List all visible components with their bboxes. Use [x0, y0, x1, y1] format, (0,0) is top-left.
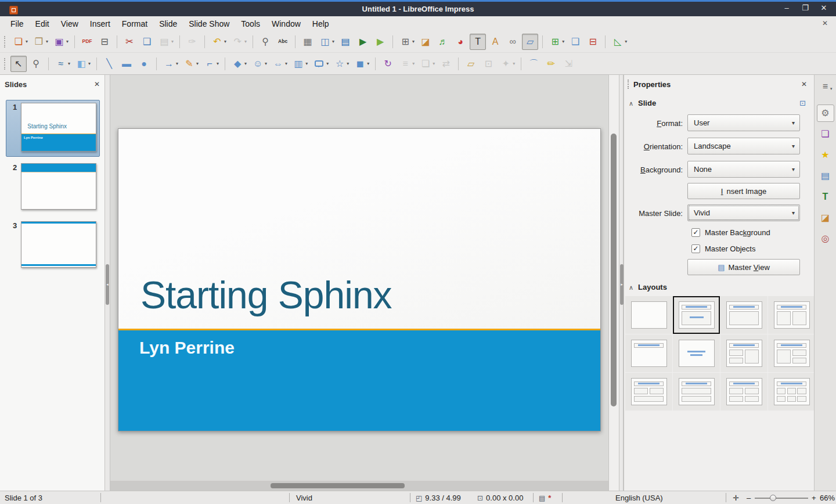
slide-section-header[interactable]: ∧Slide — [629, 99, 656, 107]
block-arrows-button[interactable]: ⇔▾ — [270, 56, 289, 72]
insert-chart-button[interactable]: ◕ — [452, 34, 469, 50]
master-slide-button[interactable]: ▤ — [337, 34, 354, 50]
slide-3-thumbnail[interactable] — [21, 221, 96, 268]
layout-title-slide[interactable] — [673, 296, 720, 334]
start-from-first-slide-button[interactable]: ▶ — [355, 34, 371, 50]
zoom-in-button[interactable]: + — [812, 494, 816, 502]
symbol-shapes-button[interactable]: ☺▾ — [250, 56, 269, 72]
layout-title-2content-content[interactable] — [720, 334, 767, 372]
toolbar-grip[interactable] — [4, 36, 6, 48]
master-view-button[interactable]: ▤ Master View — [687, 259, 800, 275]
more-options-icon[interactable]: ⊡ — [799, 99, 806, 107]
shadow-button[interactable]: ▱ — [463, 56, 479, 72]
save-button[interactable]: ▣▾ — [51, 34, 70, 50]
slide-editing-area[interactable]: Starting Sphinx Lyn Perrine — [118, 128, 601, 431]
styles-tab[interactable]: T — [817, 188, 834, 206]
display-grid-button[interactable]: ▦ — [300, 34, 316, 50]
gallery-tab[interactable]: ◪ — [817, 209, 834, 226]
slide-subtitle-text[interactable]: Lyn Perrine — [139, 338, 235, 358]
curves-and-polygons-button[interactable]: ✎▾ — [181, 56, 200, 72]
layout-title-two-content[interactable] — [768, 296, 815, 334]
basic-shapes-button[interactable]: ◆▾ — [229, 56, 248, 72]
layout-centered-text[interactable] — [673, 334, 720, 372]
vertical-scrollbar-thumb[interactable] — [611, 134, 617, 406]
horizontal-scrollbar-thumb[interactable] — [271, 483, 405, 488]
menu-file[interactable]: File — [5, 19, 30, 28]
insert-image-button[interactable]: Insert Image — [687, 183, 800, 199]
sidebar-splitter[interactable]: ▸ — [619, 75, 624, 491]
master-background-checkbox[interactable]: ✓ — [691, 228, 700, 237]
insert-table-button[interactable]: ⊞▾ — [397, 34, 416, 50]
layout-title-content-over-content[interactable] — [673, 373, 720, 411]
copy-button[interactable]: ❑ — [139, 34, 155, 50]
menu-slide[interactable]: Slide — [153, 19, 183, 28]
callouts-button[interactable]: ▾ — [311, 56, 330, 72]
spelling-button[interactable]: Abc — [275, 34, 291, 50]
layout-title-only[interactable] — [625, 334, 672, 372]
export-pdf-button[interactable]: PDF — [79, 34, 95, 50]
layout-title-content-2content[interactable] — [768, 334, 815, 372]
line-style-button[interactable]: ≈▾ — [53, 56, 72, 72]
rectangle-button[interactable]: ▬ — [118, 56, 135, 72]
background-dropdown[interactable]: None ▾ — [687, 161, 800, 178]
lines-and-arrows-button[interactable]: →▾ — [161, 56, 180, 72]
zoom-slider-track[interactable] — [755, 498, 808, 499]
animation-tab[interactable]: ★ — [817, 146, 834, 164]
connectors-button[interactable]: ⌐▾ — [201, 56, 221, 72]
menu-view[interactable]: View — [55, 19, 84, 28]
navigator-tab[interactable]: ◎ — [817, 230, 834, 247]
slides-panel-close-icon[interactable]: ✕ — [94, 80, 100, 88]
close-button[interactable]: ✕ — [817, 3, 830, 12]
zoom-slider-thumb[interactable] — [770, 495, 776, 501]
zoom-pan-button[interactable]: ⚲ — [28, 56, 44, 72]
insert-fontwork-button[interactable]: A — [487, 34, 503, 50]
insert-hyperlink-button[interactable]: ∞ — [505, 34, 521, 50]
layout-title-2content-over-content[interactable] — [625, 373, 672, 411]
layout-title-6content[interactable] — [768, 373, 815, 411]
layout-blank[interactable] — [625, 296, 672, 334]
menu-format[interactable]: Format — [116, 19, 153, 28]
insert-image-button[interactable]: ◪ — [417, 34, 434, 50]
master-slide-dropdown[interactable]: Vivid ▾ — [687, 204, 800, 221]
open-button[interactable]: ❒▾ — [31, 34, 50, 50]
language-status[interactable]: English (USA) — [615, 494, 663, 502]
cut-button[interactable]: ✂ — [121, 34, 138, 50]
slide-canvas[interactable]: Starting Sphinx Lyn Perrine — [110, 75, 608, 481]
undo-button[interactable]: ↶▾ — [209, 34, 228, 50]
helplines-while-moving-button[interactable]: ◺▾ — [610, 34, 629, 50]
slide-transition-tab[interactable]: ❏ — [817, 125, 834, 143]
flowchart-button[interactable]: ▥▾ — [290, 56, 309, 72]
delete-slide-button[interactable]: ⊟ — [585, 34, 601, 50]
format-dropdown[interactable]: User ▾ — [687, 114, 800, 131]
new-button[interactable]: ❏▾ — [10, 34, 30, 50]
slide-title-text[interactable]: Starting Sphinx — [140, 273, 392, 317]
slide-1-thumbnail[interactable]: Starting Sphinx Lyn Perrine — [21, 103, 96, 152]
rotate-button[interactable]: ↻ — [380, 56, 396, 72]
toolbar-grip[interactable] — [4, 58, 6, 70]
display-views-button[interactable]: ◫▾ — [317, 34, 336, 50]
menu-slide-show[interactable]: Slide Show — [183, 19, 235, 28]
minimize-button[interactable]: – — [780, 3, 793, 12]
layout-title-content[interactable] — [720, 296, 767, 334]
sidebar-settings-button[interactable]: ≡▾ — [817, 78, 834, 95]
insert-line-button[interactable]: ╲ — [101, 56, 117, 72]
collapse-left-handle[interactable]: ◂ — [106, 264, 109, 305]
properties-close-icon[interactable]: ✕ — [801, 80, 807, 88]
menu-window[interactable]: Window — [266, 19, 307, 28]
fit-slide-icon[interactable]: ✛ — [733, 494, 739, 502]
horizontal-scrollbar[interactable] — [110, 481, 608, 491]
layouts-section-header[interactable]: ∧Layouts — [629, 283, 667, 291]
edit-points-button[interactable]: ⌒ — [525, 56, 542, 72]
insert-text-box-button[interactable]: T — [470, 34, 486, 50]
vertical-scrollbar[interactable] — [608, 75, 619, 491]
menu-tools[interactable]: Tools — [235, 19, 266, 28]
panel-grip[interactable] — [628, 80, 629, 89]
slide-2-thumbnail[interactable] — [21, 163, 96, 210]
print-button[interactable]: ⊟ — [96, 34, 113, 50]
close-document-button[interactable]: ✕ — [822, 19, 828, 27]
zoom-out-button[interactable]: – — [747, 494, 751, 502]
stars-and-banners-button[interactable]: ☆▾ — [331, 56, 351, 72]
menu-edit[interactable]: Edit — [30, 19, 55, 28]
zoom-level-status[interactable]: 66% — [820, 494, 835, 502]
menu-insert[interactable]: Insert — [84, 19, 116, 28]
